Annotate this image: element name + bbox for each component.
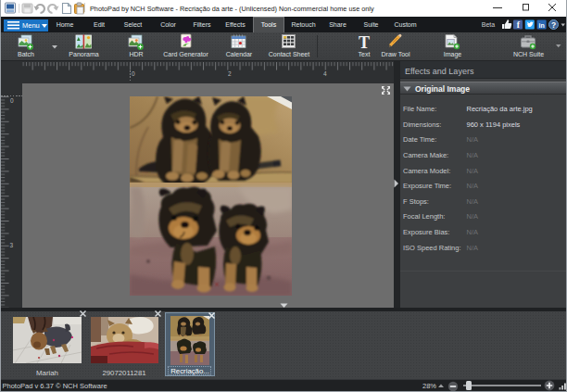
svg-text:?: ? [551, 20, 556, 30]
svg-text:T: T [359, 33, 370, 52]
svg-text:in: in [538, 22, 544, 29]
